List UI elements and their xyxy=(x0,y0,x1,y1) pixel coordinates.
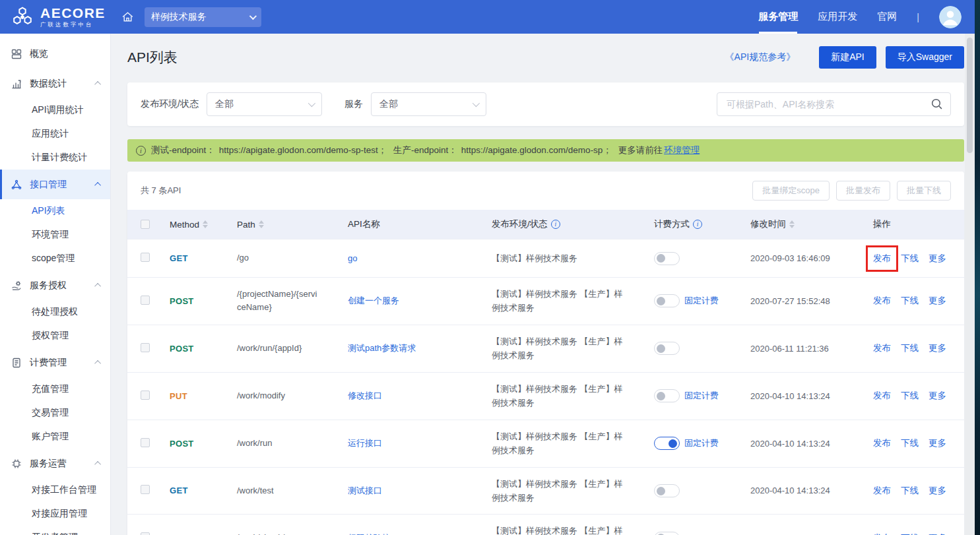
billing-info-icon[interactable]: i xyxy=(693,220,702,229)
more-action[interactable]: 更多 xyxy=(929,437,946,449)
offline-action[interactable]: 下线 xyxy=(901,485,919,497)
sidebar-item-data-stats[interactable]: 数据统计 xyxy=(0,69,110,98)
billing-type-link[interactable]: 固定计费 xyxy=(684,295,719,307)
sidebar-item-pending-authorization[interactable]: 待处理授权 xyxy=(0,300,110,324)
sidebar-item-overview[interactable]: 概览 xyxy=(0,39,110,69)
billing-toggle[interactable] xyxy=(654,389,680,402)
more-action[interactable]: 更多 xyxy=(929,390,946,402)
user-avatar[interactable] xyxy=(939,6,962,28)
publish-action[interactable]: 发布 xyxy=(873,485,891,497)
sidebar-item-integration-app-management[interactable]: 对接应用管理 xyxy=(0,502,110,526)
sidebar-item-app-stats[interactable]: 应用统计 xyxy=(0,122,110,146)
sidebar-item-interface-management[interactable]: 接口管理 xyxy=(0,170,110,199)
brand-logo[interactable]: AECORE 广联达数字中台 xyxy=(11,5,106,29)
billing-toggle[interactable] xyxy=(654,532,680,535)
collapse-caret-icon[interactable] xyxy=(94,283,101,290)
offline-action[interactable]: 下线 xyxy=(901,437,919,449)
sort-icon[interactable] xyxy=(789,220,795,228)
sidebar-item-developer-management[interactable]: 开发者管理 xyxy=(0,526,110,535)
sidebar-item-authorization-management[interactable]: 授权管理 xyxy=(0,324,110,348)
billing-toggle[interactable] xyxy=(654,342,680,355)
more-action[interactable]: 更多 xyxy=(929,253,946,265)
publish-action[interactable]: 发布 xyxy=(873,437,891,449)
service-select[interactable]: 全部 xyxy=(371,92,486,116)
offline-action[interactable]: 下线 xyxy=(901,532,919,535)
more-action[interactable]: 更多 xyxy=(929,485,946,497)
env-status-text: 【测试】样例技术服务 【生产】样例技术服务 xyxy=(492,287,654,315)
row-checkbox[interactable] xyxy=(141,532,150,535)
overview-icon xyxy=(11,49,23,59)
collapse-caret-icon[interactable] xyxy=(94,461,101,468)
more-action[interactable]: 更多 xyxy=(929,342,946,354)
billing-toggle[interactable] xyxy=(654,484,680,497)
sidebar-item-recharge-management[interactable]: 充值管理 xyxy=(0,377,110,401)
row-checkbox[interactable] xyxy=(141,438,150,447)
search-input[interactable] xyxy=(717,92,951,116)
col-modified-time: 修改时间 xyxy=(750,218,786,230)
sort-icon[interactable] xyxy=(259,220,264,228)
publish-action[interactable]: 发布 xyxy=(873,390,891,402)
topnav-service-management[interactable]: 服务管理 xyxy=(758,0,798,34)
page-scrollbar[interactable] xyxy=(965,34,975,535)
api-name-link[interactable]: 测试path参数请求 xyxy=(348,343,416,353)
billing-type-link[interactable]: 固定计费 xyxy=(684,390,719,402)
more-action[interactable]: 更多 xyxy=(929,295,946,307)
batch-publish-button[interactable]: 批量发布 xyxy=(836,181,890,201)
batch-bind-scope-button[interactable]: 批量绑定scope xyxy=(752,181,830,201)
topnav-app-development[interactable]: 应用开发 xyxy=(818,0,857,34)
publish-action[interactable]: 发布 xyxy=(873,295,891,307)
sidebar-item-transaction-management[interactable]: 交易管理 xyxy=(0,401,110,425)
workspace-selector[interactable]: 样例技术服务 xyxy=(145,7,261,27)
api-name-link[interactable]: 运行接口 xyxy=(348,438,382,448)
env-status-info-icon[interactable]: i xyxy=(551,220,560,229)
row-checkbox[interactable] xyxy=(141,343,150,352)
sort-icon[interactable] xyxy=(203,220,208,228)
publish-action[interactable]: 发布 xyxy=(873,342,891,354)
sidebar-item-api-list[interactable]: API列表 xyxy=(0,199,110,223)
api-name-link[interactable]: 创建一个服务 xyxy=(348,296,399,305)
publish-action[interactable]: 发布 xyxy=(873,532,891,535)
sidebar-item-service-authorization[interactable]: 服务授权 xyxy=(0,270,110,300)
sidebar-item-account-management[interactable]: 账户管理 xyxy=(0,425,110,449)
api-name-link[interactable]: go xyxy=(348,253,357,263)
row-checkbox[interactable] xyxy=(141,485,150,494)
collapse-caret-icon[interactable] xyxy=(94,182,101,189)
billing-toggle[interactable] xyxy=(654,437,680,450)
search-icon[interactable] xyxy=(931,98,943,113)
sidebar-item-workbench-management[interactable]: 对接工作台管理 xyxy=(0,478,110,502)
billing-toggle[interactable] xyxy=(654,294,680,307)
api-name-link[interactable]: 测试接口 xyxy=(348,486,382,495)
api-name-link[interactable]: 修改接口 xyxy=(348,391,382,400)
row-checkbox[interactable] xyxy=(141,253,150,262)
sidebar-item-api-call-stats[interactable]: API调用统计 xyxy=(0,98,110,122)
topnav-official-site[interactable]: 官网 xyxy=(877,0,897,34)
billing-type-link[interactable]: 固定计费 xyxy=(684,437,719,449)
collapse-caret-icon[interactable] xyxy=(94,360,101,367)
import-swagger-button[interactable]: 导入Swagger xyxy=(886,46,964,69)
scrollbar-thumb[interactable] xyxy=(967,38,973,153)
offline-action[interactable]: 下线 xyxy=(901,342,919,354)
batch-offline-button[interactable]: 批量下线 xyxy=(897,181,951,201)
env-status-select[interactable]: 全部 xyxy=(207,92,322,116)
select-all-checkbox[interactable] xyxy=(141,220,150,229)
row-checkbox[interactable] xyxy=(141,391,150,400)
collapse-caret-icon[interactable] xyxy=(94,81,101,88)
create-api-button[interactable]: 新建API xyxy=(819,46,876,69)
api-spec-reference-link[interactable]: 《API规范参考》 xyxy=(725,51,796,63)
row-checkbox[interactable] xyxy=(141,296,150,305)
offline-action[interactable]: 下线 xyxy=(901,295,919,307)
table-row: GET /work/test 测试接口 【测试】样例技术服务 【生产】样例技术服… xyxy=(127,467,964,515)
offline-action[interactable]: 下线 xyxy=(901,253,919,265)
publish-action[interactable]: 发布 xyxy=(873,253,891,265)
sidebar-item-billing-management[interactable]: 计费管理 xyxy=(0,348,110,377)
sidebar-item-metering-billing-stats[interactable]: 计量计费统计 xyxy=(0,146,110,170)
sidebar-item-env-management[interactable]: 环境管理 xyxy=(0,223,110,247)
home-icon[interactable] xyxy=(121,11,134,23)
sidebar-item-service-operation[interactable]: 服务运营 xyxy=(0,449,110,478)
env-status-text: 【测试】样例技术服务 【生产】样例技术服务 xyxy=(492,524,654,535)
more-action[interactable]: 更多 xyxy=(929,532,946,535)
env-management-link[interactable]: 环境管理 xyxy=(664,145,700,155)
sidebar-item-scope-management[interactable]: scope管理 xyxy=(0,247,110,270)
billing-toggle[interactable] xyxy=(654,252,680,265)
offline-action[interactable]: 下线 xyxy=(901,390,919,402)
